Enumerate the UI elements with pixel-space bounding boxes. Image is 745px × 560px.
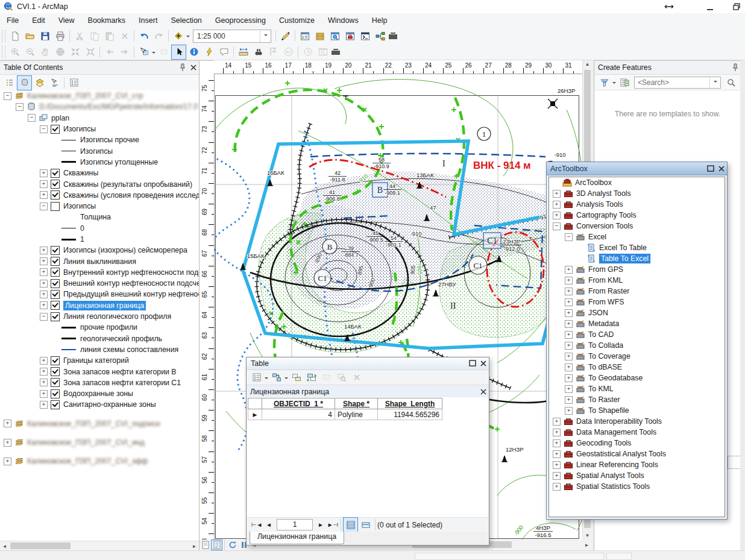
show-selected-records-button[interactable] (358, 517, 373, 532)
save-button[interactable] (37, 28, 52, 43)
search-window-button[interactable] (327, 28, 342, 43)
arctoolbox-item-spatial-analyst-tools[interactable]: +Spatial Analyst Tools (549, 470, 725, 481)
cut-button[interactable] (72, 28, 87, 43)
previous-record-button[interactable]: ◄ (263, 521, 275, 528)
row-selector[interactable]: ▶ (248, 409, 262, 420)
paste-button[interactable] (102, 28, 117, 43)
toc-item-1[interactable]: 1 (0, 234, 199, 245)
expand-icon[interactable]: + (40, 379, 48, 386)
toc-item-калиновское-пзп-2007-cvi-инд[interactable]: +Калиновское_ПЗП_2007_CVI_инд (0, 437, 199, 448)
create-features-pin-icon[interactable] (730, 62, 741, 73)
toc-item-толщина[interactable]: Толщина (0, 212, 199, 222)
select-features-tool[interactable] (136, 45, 151, 60)
layer-visibility-checkbox[interactable] (51, 202, 60, 211)
arctoolbox-item-conversion-tools[interactable]: −Conversion Tools (549, 221, 725, 231)
table-row[interactable]: ▶ 4 Polyline 11944.565296 (248, 409, 442, 420)
layer-visibility-checkbox[interactable] (51, 400, 60, 409)
toc-item-скважины-результаты-опробываний-[interactable]: +Скважины (результаты опробываний) (0, 178, 199, 189)
layer-visibility-checkbox[interactable] (51, 389, 60, 398)
fixed-zoom-out-button[interactable] (83, 45, 98, 60)
expand-icon[interactable]: + (553, 190, 561, 198)
go-to-xy-button[interactable]: XY (281, 45, 296, 60)
expand-icon[interactable]: + (553, 450, 561, 458)
toc-item-границы-категорий[interactable]: +Границы категорий (0, 355, 199, 366)
template-filter-button[interactable] (597, 75, 612, 90)
expand-icon[interactable]: + (565, 407, 573, 415)
toc-item-зона-запасов-нефти-категории-c1[interactable]: +Зона запасов нефти категории C1 (0, 377, 199, 388)
collapse-icon[interactable]: − (565, 233, 573, 241)
layer-visibility-checkbox[interactable] (51, 257, 60, 266)
expand-icon[interactable]: + (40, 390, 48, 398)
toc-item-изогипсы-изохроны-сейсморепера[interactable]: +Изогипсы (изохроны) сейсморепера (0, 245, 199, 256)
expand-icon[interactable]: + (553, 212, 561, 219)
pan-tool[interactable] (37, 45, 52, 60)
select-by-attributes-button[interactable] (289, 370, 304, 385)
undo-button[interactable] (136, 28, 151, 43)
layer-visibility-checkbox[interactable] (51, 125, 60, 134)
layer-visibility-checkbox[interactable] (51, 180, 60, 189)
expand-icon[interactable]: + (565, 342, 573, 350)
new-document-button[interactable] (7, 28, 22, 43)
last-record-button[interactable]: ►⊣ (327, 521, 339, 528)
toolbar-overflow-button[interactable] (332, 49, 340, 55)
collapse-icon[interactable]: − (40, 313, 48, 321)
toc-options-button[interactable] (66, 75, 81, 90)
search-icon[interactable] (723, 75, 738, 90)
toc-item-pplan[interactable]: −pplan (0, 113, 199, 124)
toolbar-overflow-button[interactable] (389, 33, 397, 39)
add-data-button-dropdown-icon[interactable] (186, 36, 190, 39)
expand-icon[interactable]: + (553, 201, 561, 209)
attribute-table[interactable]: OBJECTID_1 * Shape * Shape_Length ▶ 4 Po… (248, 398, 442, 420)
python-window-button[interactable] (357, 28, 372, 43)
toc-item-d-documents-exc-mgppetrole-information-1[interactable]: −D:/Documents/Exc/MGPpetrole/Information… (0, 101, 199, 112)
table-options-button[interactable] (249, 370, 264, 385)
menu-bookmarks[interactable]: Bookmarks (81, 14, 133, 27)
list-by-drawing-order-button[interactable] (2, 75, 17, 90)
expand-icon[interactable]: + (565, 396, 573, 404)
expand-icon[interactable]: + (553, 483, 561, 491)
scroll-up-icon[interactable]: ▲ (583, 61, 592, 67)
toc-item-изогипсы[interactable]: −Изогипсы (0, 124, 199, 134)
next-record-button[interactable]: ► (315, 521, 327, 528)
full-extent-button[interactable] (52, 45, 68, 60)
table-maximize-icon[interactable] (467, 358, 478, 369)
filter-dropdown-icon[interactable] (612, 82, 616, 86)
hyperlink-tool[interactable] (201, 45, 216, 60)
list-by-source-button[interactable] (17, 75, 32, 90)
menu-customize[interactable]: Customize (272, 14, 321, 27)
arctoolbox-item-3d-analyst-tools[interactable]: +3D Analyst Tools (549, 188, 725, 199)
arctoolbox-item-to-raster[interactable]: +To Raster (549, 394, 725, 405)
toc-item-лицензионная-граница[interactable]: +Лицензионная граница (0, 300, 199, 311)
layer-visibility-checkbox[interactable] (51, 169, 60, 178)
arctoolbox-item-to-shapefile[interactable]: +To Shapefile (549, 405, 725, 416)
arctoolbox-item-json[interactable]: +JSON (549, 307, 725, 318)
collapse-icon[interactable]: − (4, 92, 11, 100)
show-all-records-button[interactable] (343, 517, 358, 532)
delete-selected-button[interactable] (349, 370, 364, 385)
toc-item-предыдущий-внешний-контур-нефтенос[interactable]: +Предыдущий внешний контур нефтенос (0, 289, 199, 300)
expand-icon[interactable]: + (40, 180, 48, 188)
time-slider-button[interactable] (300, 45, 315, 60)
expand-icon[interactable]: + (553, 418, 561, 426)
toc-item-внутренний-контур-нефтеносности-подс[interactable]: +Внутренний контур нефтеносности подс (0, 267, 199, 278)
toc-item-калиновское-пзп-2007-cvi-подписи[interactable]: +Калиновское_ПЗП_2007_CVI_подписи (0, 418, 199, 429)
expand-icon[interactable]: + (40, 169, 48, 177)
toc-close-icon[interactable] (188, 62, 199, 73)
layer-visibility-checkbox[interactable] (51, 290, 60, 299)
layer-visibility-checkbox[interactable] (51, 356, 60, 365)
related-tables-button-dropdown-icon[interactable] (284, 377, 288, 381)
expand-icon[interactable]: + (40, 357, 48, 365)
expand-icon[interactable]: + (565, 309, 573, 317)
expand-icon[interactable]: + (553, 461, 561, 469)
zoom-in-tool[interactable] (7, 45, 22, 60)
arctoolbox-item-from-wfs[interactable]: +From WFS (549, 297, 725, 307)
redo-button[interactable] (151, 28, 166, 43)
expand-icon[interactable]: + (40, 247, 48, 254)
layer-visibility-checkbox[interactable] (51, 367, 60, 376)
arctoolbox-item-data-management-tools[interactable]: +Data Management Tools (549, 427, 725, 438)
restore-button[interactable] (728, 1, 745, 12)
arctoolbox-item-linear-referencing-tools[interactable]: +Linear Referencing Tools (549, 459, 725, 470)
expand-icon[interactable]: + (40, 280, 48, 288)
collapse-icon[interactable]: − (40, 125, 48, 133)
toc-item-скважины[interactable]: +Скважины (0, 168, 199, 178)
